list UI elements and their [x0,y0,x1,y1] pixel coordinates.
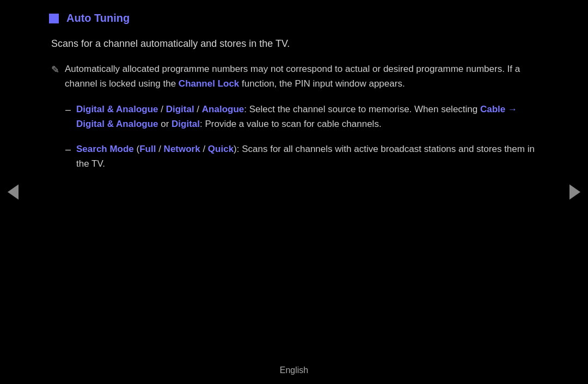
channel-lock-link: Channel Lock [179,78,239,89]
quick-label: Quick [208,144,234,154]
left-arrow-icon [8,185,19,200]
bullet-dash-1: – [65,102,71,118]
nav-right-button[interactable] [562,0,588,384]
search-mode-label: Search Mode [76,144,134,154]
digital-analogue-label: Digital & Analogue [76,104,158,114]
main-content: Auto Tuning Scans for a channel automati… [33,0,555,362]
bullet-item-1: – Digital & Analogue / Digital / Analogu… [65,102,539,131]
bullet-item-2: – Search Mode (Full / Network / Quick): … [65,142,539,171]
title-row: Auto Tuning [49,10,539,27]
network-label: Network [164,144,200,154]
title-square-icon [49,14,59,23]
right-arrow-icon [569,185,580,200]
footer-language: English [0,364,588,377]
digital-label: Digital [166,104,194,114]
bullet-text-1: Digital & Analogue / Digital / Analogue:… [76,102,539,131]
analogue-label: Analogue [202,104,244,114]
description-text: Scans for a channel automatically and st… [51,36,539,52]
digital-label-2: Digital [171,119,200,129]
full-label: Full [139,144,156,154]
bullet-dash-2: – [65,142,71,157]
nav-left-button[interactable] [0,0,26,384]
page-title: Auto Tuning [66,10,130,27]
note-block: ✎ Automatically allocated programme numb… [51,62,539,91]
note-icon: ✎ [51,63,59,78]
language-label: English [280,365,308,375]
note-text: Automatically allocated programme number… [65,62,539,91]
bullet-text-2: Search Mode (Full / Network / Quick): Sc… [76,142,539,171]
bullet-list: – Digital & Analogue / Digital / Analogu… [65,102,539,171]
